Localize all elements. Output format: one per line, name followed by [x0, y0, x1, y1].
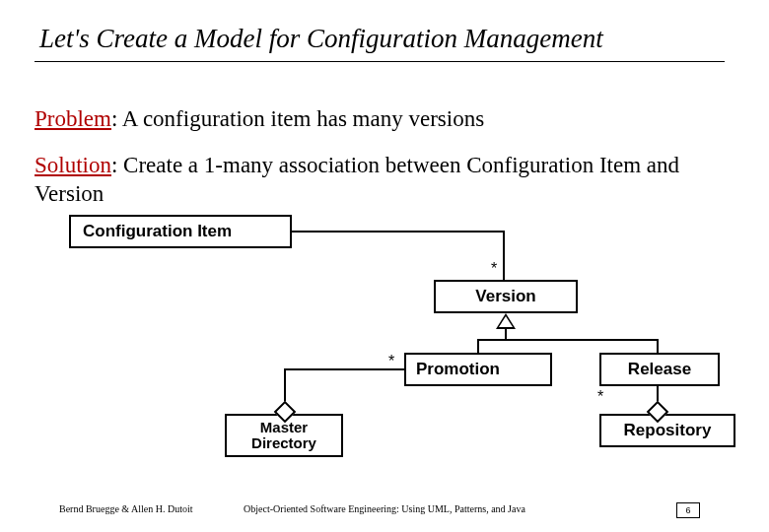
box-version: Version: [434, 280, 578, 313]
line-triangle-stem: [505, 329, 507, 339]
inheritance-triangle: [496, 313, 516, 329]
problem-line: Problem: A configuration item has many v…: [35, 106, 725, 132]
problem-text: : A configuration item has many versions: [111, 106, 484, 131]
box-release: Release: [599, 353, 720, 386]
box-repository: Repository: [599, 414, 735, 447]
problem-label: Problem: [35, 106, 111, 131]
solution-text: : Create a 1-many association between Co…: [35, 153, 679, 206]
footer-book: Object-Oriented Software Engineering: Us…: [0, 503, 769, 514]
slide: Let's Create a Model for Configuration M…: [0, 0, 769, 532]
line-promo-master-h: [284, 368, 404, 370]
mult-version: *: [491, 260, 497, 278]
solution-block: Solution: Create a 1-many association be…: [35, 152, 725, 209]
line-inherit-h: [477, 339, 659, 341]
title-underline: [35, 61, 725, 62]
box-promotion: Promotion: [404, 353, 552, 386]
box-configuration-item: Configuration Item: [69, 215, 292, 248]
solution-label: Solution: [35, 153, 111, 177]
line-inherit-to-promo: [477, 339, 479, 353]
slide-title: Let's Create a Model for Configuration M…: [39, 24, 730, 54]
mult-release: *: [597, 388, 603, 406]
line-config-version-h: [292, 231, 505, 233]
line-inherit-to-release: [657, 339, 659, 353]
footer-page: 6: [676, 502, 700, 518]
line-config-version-v: [503, 231, 505, 280]
